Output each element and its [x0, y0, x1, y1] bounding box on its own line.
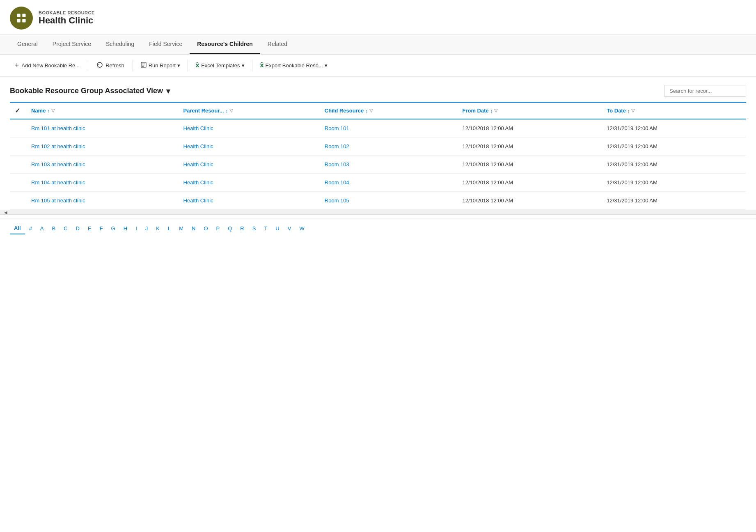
- col-to-date-sort-icon[interactable]: ↕: [628, 108, 630, 113]
- row-checkbox-3[interactable]: [10, 174, 26, 192]
- excel-templates-button[interactable]: X̄ Excel Templates ▾: [191, 60, 248, 71]
- table-row: Rm 104 at health clinic Health Clinic Ro…: [10, 174, 746, 192]
- data-table: ✓ Name ↑ ▽ Parent Resour... ↕ ▽: [10, 102, 746, 210]
- col-from-date-sort-icon[interactable]: ↕: [490, 108, 493, 113]
- pagination-item-o[interactable]: O: [199, 223, 212, 234]
- pagination-item-i[interactable]: I: [131, 223, 141, 234]
- pagination-item-t[interactable]: T: [260, 223, 271, 234]
- tab-general[interactable]: General: [10, 35, 45, 54]
- col-child-sort-icon[interactable]: ↕: [365, 108, 368, 113]
- row-parent-3[interactable]: Health Clinic: [179, 174, 320, 192]
- run-report-chevron-icon: ▾: [177, 62, 180, 69]
- svg-rect-0: [17, 14, 21, 17]
- row-parent-0[interactable]: Health Clinic: [179, 119, 320, 138]
- row-child-1[interactable]: Room 102: [320, 138, 458, 156]
- run-report-button[interactable]: Run Report ▾: [136, 59, 184, 72]
- pagination-item-all[interactable]: All: [10, 222, 25, 234]
- row-child-4[interactable]: Room 105: [320, 192, 458, 210]
- pagination-bar: All#ABCDEFGHIJKLMNOPQRSTUVW: [0, 218, 756, 238]
- view-title-container: Bookable Resource Group Associated View …: [10, 87, 170, 96]
- pagination-item-w[interactable]: W: [295, 223, 308, 234]
- tab-project-service[interactable]: Project Service: [45, 35, 99, 54]
- col-name-filter-icon[interactable]: ▽: [51, 108, 55, 113]
- pagination-item-e[interactable]: E: [84, 223, 96, 234]
- pagination-item-hash[interactable]: #: [25, 223, 36, 234]
- scroll-left-button[interactable]: ◀: [2, 210, 10, 215]
- table-container: ✓ Name ↑ ▽ Parent Resour... ↕ ▽: [0, 102, 756, 210]
- tab-field-service[interactable]: Field Service: [142, 35, 190, 54]
- pagination-item-n[interactable]: N: [188, 223, 199, 234]
- pagination-item-j[interactable]: J: [141, 223, 152, 234]
- table-header-row: ✓ Name ↑ ▽ Parent Resour... ↕ ▽: [10, 102, 746, 119]
- pagination-item-g[interactable]: G: [107, 223, 119, 234]
- col-child-filter-icon[interactable]: ▽: [369, 108, 373, 113]
- row-child-3[interactable]: Room 104: [320, 174, 458, 192]
- pagination-item-p[interactable]: P: [212, 223, 224, 234]
- pagination-item-r[interactable]: R: [236, 223, 248, 234]
- pagination-item-s[interactable]: S: [248, 223, 260, 234]
- table-row: Rm 102 at health clinic Health Clinic Ro…: [10, 138, 746, 156]
- col-to-date-filter-icon[interactable]: ▽: [631, 108, 635, 113]
- select-all-checkbox[interactable]: ✓: [10, 102, 26, 119]
- pagination-item-c[interactable]: C: [60, 223, 71, 234]
- pagination-item-h[interactable]: H: [119, 223, 131, 234]
- refresh-icon: [96, 62, 103, 69]
- view-title-text: Bookable Resource Group Associated View: [10, 87, 163, 95]
- pagination-item-f[interactable]: F: [96, 223, 107, 234]
- svg-rect-7: [142, 66, 144, 66]
- horizontal-scrollbar[interactable]: ◀: [0, 210, 756, 215]
- page-header: BOOKABLE RESOURCE Health Clinic: [0, 0, 756, 35]
- view-dropdown-icon[interactable]: ▾: [166, 87, 170, 96]
- toolbar-divider-2: [133, 60, 133, 71]
- row-child-2[interactable]: Room 103: [320, 156, 458, 174]
- search-input[interactable]: [664, 85, 746, 97]
- run-report-label: Run Report: [149, 62, 176, 69]
- svg-rect-1: [22, 14, 25, 17]
- pagination-item-k[interactable]: K: [152, 223, 164, 234]
- tab-scheduling[interactable]: Scheduling: [99, 35, 142, 54]
- row-from-date-2: 12/10/2018 12:00 AM: [457, 156, 602, 174]
- row-name-1[interactable]: Rm 102 at health clinic: [26, 138, 179, 156]
- row-name-2[interactable]: Rm 103 at health clinic: [26, 156, 179, 174]
- header-title: Health Clinic: [39, 15, 95, 26]
- row-checkbox-0[interactable]: [10, 119, 26, 138]
- pagination-item-v[interactable]: V: [284, 223, 296, 234]
- svg-rect-2: [17, 19, 21, 22]
- row-checkbox-4[interactable]: [10, 192, 26, 210]
- col-parent-filter-icon[interactable]: ▽: [229, 108, 233, 113]
- pagination-item-l[interactable]: L: [164, 223, 175, 234]
- row-name-4[interactable]: Rm 105 at health clinic: [26, 192, 179, 210]
- col-from-date-filter-icon[interactable]: ▽: [494, 108, 497, 113]
- refresh-button[interactable]: Refresh: [92, 59, 129, 72]
- col-name-sort-icon[interactable]: ↑: [47, 108, 50, 113]
- export-button[interactable]: X̄ Export Bookable Reso... ▾: [256, 60, 332, 71]
- table-row: Rm 101 at health clinic Health Clinic Ro…: [10, 119, 746, 138]
- tab-related[interactable]: Related: [260, 35, 295, 54]
- view-header: Bookable Resource Group Associated View …: [0, 77, 756, 102]
- row-checkbox-2[interactable]: [10, 156, 26, 174]
- add-new-button[interactable]: + Add New Bookable Re...: [10, 59, 85, 72]
- row-child-0[interactable]: Room 101: [320, 119, 458, 138]
- pagination-item-a[interactable]: A: [36, 223, 48, 234]
- export-chevron-icon: ▾: [325, 62, 328, 69]
- pagination-item-u[interactable]: U: [271, 223, 283, 234]
- header-subtitle: BOOKABLE RESOURCE: [39, 10, 95, 15]
- row-parent-2[interactable]: Health Clinic: [179, 156, 320, 174]
- row-checkbox-1[interactable]: [10, 138, 26, 156]
- col-from-date-label: From Date: [462, 108, 488, 114]
- svg-rect-3: [22, 19, 25, 22]
- row-to-date-4: 12/31/2019 12:00 AM: [602, 192, 746, 210]
- row-name-0[interactable]: Rm 101 at health clinic: [26, 119, 179, 138]
- pagination-item-d[interactable]: D: [72, 223, 84, 234]
- pagination-item-b[interactable]: B: [48, 223, 60, 234]
- tab-resources-children[interactable]: Resource's Children: [190, 35, 260, 54]
- row-from-date-1: 12/10/2018 12:00 AM: [457, 138, 602, 156]
- col-name-label: Name: [31, 108, 46, 114]
- pagination-item-q[interactable]: Q: [224, 223, 236, 234]
- pagination-item-m[interactable]: M: [175, 223, 188, 234]
- row-parent-4[interactable]: Health Clinic: [179, 192, 320, 210]
- row-parent-1[interactable]: Health Clinic: [179, 138, 320, 156]
- row-name-3[interactable]: Rm 104 at health clinic: [26, 174, 179, 192]
- run-report-icon: [140, 62, 147, 69]
- col-parent-sort-icon[interactable]: ↕: [226, 108, 228, 113]
